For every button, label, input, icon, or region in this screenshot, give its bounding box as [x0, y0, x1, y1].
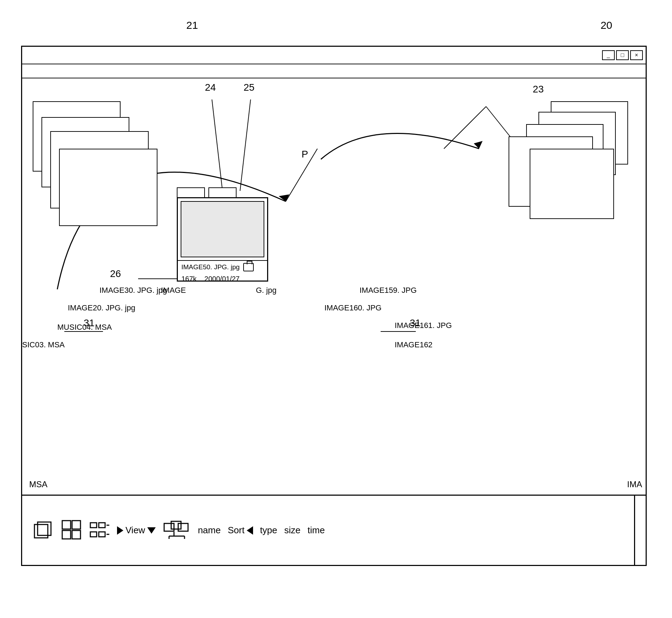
camera-icon	[243, 263, 254, 271]
restore-button[interactable]: □	[616, 50, 629, 60]
ref-P: P	[302, 149, 308, 160]
file-label-4: SIC03. MSA	[22, 340, 65, 349]
view-play-icon	[117, 526, 123, 535]
ref-26: 26	[110, 268, 121, 279]
focused-card-meta: 167k 2000/01/27	[178, 273, 267, 284]
toolbar-right-border	[634, 496, 635, 565]
file-label-6: G. jpg	[256, 286, 277, 295]
close-button[interactable]: ×	[630, 50, 643, 60]
svg-rect-13	[72, 521, 80, 529]
view-dropdown-icon	[147, 527, 156, 534]
ref-21: 21	[186, 19, 198, 31]
ref-20: 20	[601, 19, 612, 31]
focused-filename: IMAGE50. JPG. jpg	[181, 263, 240, 271]
svg-line-4	[240, 99, 251, 191]
main-window: _ □ ×	[21, 46, 647, 566]
svg-rect-15	[72, 530, 80, 539]
view-label: View	[125, 525, 145, 536]
name-label[interactable]: name	[198, 525, 221, 536]
svg-rect-18	[90, 532, 97, 537]
title-bar-buttons: _ □ ×	[602, 50, 643, 60]
sort-label: Sort	[228, 525, 245, 536]
ref-24: 24	[205, 82, 216, 93]
focused-size: 167k	[181, 275, 196, 283]
file-label-8: IMAGE160. JPG	[324, 303, 382, 313]
minimize-button[interactable]: _	[602, 50, 615, 60]
focused-card-image-area	[181, 201, 264, 257]
content-area: IMAGE50. JPG. jpg 167k 2000/01/27	[22, 78, 646, 495]
focused-card-info: IMAGE50. JPG. jpg	[178, 260, 267, 273]
detail-view-icon[interactable]	[89, 519, 110, 542]
sort-button[interactable]: Sort	[228, 525, 253, 536]
ref-25: 25	[244, 82, 254, 93]
menu-bar	[22, 64, 646, 78]
connected-thumbs-icon[interactable]	[163, 519, 191, 542]
size-label[interactable]: size	[284, 525, 301, 536]
focused-card[interactable]: IMAGE50. JPG. jpg 167k 2000/01/27	[177, 197, 268, 282]
tab-left[interactable]	[177, 187, 205, 198]
svg-marker-8	[279, 194, 289, 201]
ref-23: 23	[533, 84, 544, 95]
sort-triangle-icon	[247, 526, 253, 535]
focused-date: 2000/01/27	[205, 275, 240, 283]
svg-rect-17	[99, 523, 105, 528]
time-label[interactable]: time	[308, 525, 325, 536]
type-label-ima: IMA	[627, 479, 642, 489]
svg-line-3	[212, 99, 222, 191]
stacked-pages-icon[interactable]	[33, 519, 54, 542]
thumb-card-4[interactable]	[59, 149, 157, 226]
svg-line-0	[444, 107, 486, 149]
tab-right[interactable]	[208, 187, 237, 198]
file-label-10: IMAGE162	[395, 340, 433, 349]
file-label-2: IMAGE20. JPG. jpg	[68, 303, 135, 313]
view-button[interactable]: View	[117, 525, 156, 536]
svg-rect-19	[99, 532, 105, 537]
file-label-9: IMAGE161. JPG	[395, 321, 452, 330]
thumb-card-r5[interactable]	[530, 149, 614, 219]
file-label-1: IMAGE30. JPG. jpg	[99, 286, 167, 295]
svg-rect-12	[62, 521, 71, 529]
svg-rect-23	[171, 521, 181, 529]
svg-rect-16	[90, 523, 97, 528]
svg-marker-9	[474, 141, 483, 149]
svg-rect-22	[164, 523, 174, 531]
file-label-5: IMAGE	[161, 286, 186, 295]
type-label-msa: MSA	[29, 479, 47, 489]
svg-rect-24	[178, 523, 188, 531]
file-label-3: MUSIC04. MSA	[57, 323, 112, 332]
page-wrapper: 21 20 22 _ □ ×	[0, 0, 672, 618]
grid-view-icon[interactable]	[61, 519, 82, 542]
svg-rect-14	[62, 530, 71, 539]
type-tb-label[interactable]: type	[260, 525, 277, 536]
title-bar: _ □ ×	[22, 47, 646, 64]
file-label-7: IMAGE159. JPG	[360, 286, 417, 295]
toolbar: View name Sort	[22, 495, 646, 565]
